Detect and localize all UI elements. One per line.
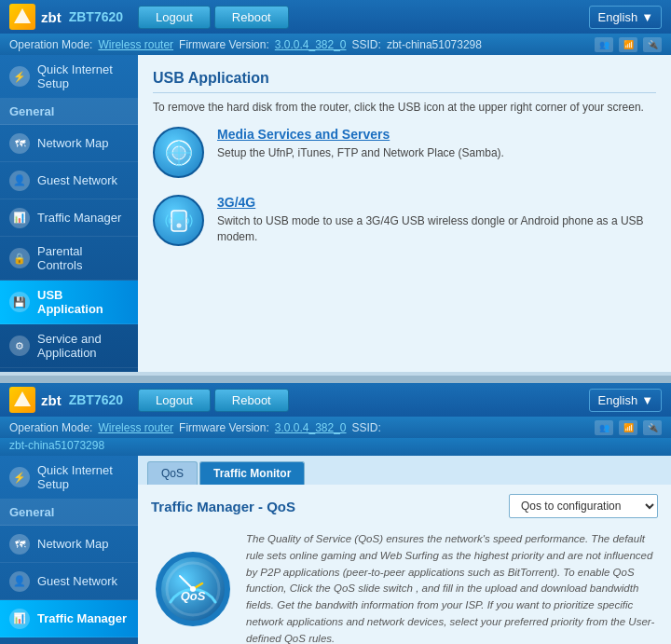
media-services-icon: [153, 127, 204, 178]
qos-dropdown[interactable]: Qos to configuration: [509, 494, 658, 518]
header-bar: zbt ZBT7620 Logout Reboot English ▼: [0, 0, 671, 34]
users-icon: 👥: [595, 37, 613, 52]
firmware-value-2[interactable]: 3.0.0.4_382_0: [275, 421, 347, 434]
main-layout-top: ⚡ Quick Internet Setup General 🗺 Network…: [0, 55, 671, 372]
tab-qos[interactable]: QoS: [147, 461, 198, 485]
logo-icon: [9, 4, 35, 30]
svg-rect-6: [174, 213, 184, 220]
sidebar-item-guest-network[interactable]: 👤 Guest Network: [0, 162, 138, 199]
threeg-link[interactable]: 3G/4G: [217, 195, 656, 210]
threeg-icon: [153, 195, 204, 246]
logout-button-2[interactable]: Logout: [138, 389, 211, 412]
model-text: ZBT7620: [69, 9, 123, 24]
threeg-desc: Switch to USB mode to use a 3G/4G USB wi…: [217, 213, 656, 245]
reboot-button-2[interactable]: Reboot: [214, 389, 289, 412]
wifi-icon: 📶: [619, 37, 637, 52]
header-nav-2: Logout Reboot: [138, 389, 289, 412]
usb-content-desc: To remove the hard disk from the router,…: [153, 101, 656, 114]
operation-mode-label: Operation Mode:: [9, 38, 92, 51]
sidebar-section-general: General: [0, 99, 138, 125]
sidebar-section-general-2: General: [0, 500, 138, 526]
media-services-text: Media Services and Servers Setup the Ufn…: [217, 127, 504, 161]
sidebar-item-quick-internet[interactable]: ⚡ Quick Internet Setup: [0, 55, 138, 99]
operation-mode-label-2: Operation Mode:: [9, 421, 92, 434]
qos-header: Traffic Manager - QoS Qos to configurati…: [138, 485, 671, 528]
sidebar-top: ⚡ Quick Internet Setup General 🗺 Network…: [0, 55, 138, 372]
firmware-value[interactable]: 3.0.0.4_382_0: [275, 38, 347, 51]
qos-circle-label: QoS: [181, 589, 206, 603]
svg-marker-0: [14, 8, 31, 23]
parental-controls-icon: 🔒: [9, 248, 30, 268]
info-icons: 👥 📶 🔌: [595, 37, 662, 52]
sidebar-item-parental-controls-2[interactable]: 🔒 Parental Controls: [0, 637, 138, 644]
qos-body: QoS The Quality of Service (QoS) ensures…: [138, 528, 671, 644]
logo-icon-2: [9, 387, 35, 413]
qos-icon-area: QoS: [151, 531, 235, 644]
sidebar-item-parental-controls[interactable]: 🔒 Parental Controls: [0, 237, 138, 281]
header-nav: Logout Reboot: [138, 6, 289, 29]
sidebar-item-traffic-manager[interactable]: 📊 Traffic Manager: [0, 199, 138, 237]
reboot-button[interactable]: Reboot: [214, 6, 289, 29]
firmware-label: Firmware Version:: [179, 38, 269, 51]
traffic-manager-icon-2: 📊: [9, 609, 30, 629]
panel-traffic-manager: zbt ZBT7620 Logout Reboot English ▼ Oper…: [0, 383, 671, 644]
qos-circle: QoS: [156, 552, 230, 626]
language-selector[interactable]: English ▼: [589, 6, 662, 29]
sidebar-item-service-application[interactable]: ⚙ Service and Application: [0, 324, 138, 368]
info-bar-2: Operation Mode: Wireless router Firmware…: [0, 417, 671, 438]
usb-icon: 🔌: [643, 37, 662, 52]
guest-network-icon: 👤: [9, 171, 30, 191]
content-qos: QoS Traffic Monitor Traffic Manager - Qo…: [138, 456, 671, 644]
ssid-label-2: SSID:: [352, 421, 381, 434]
operation-mode-value-2[interactable]: Wireless router: [98, 421, 173, 434]
sidebar-item-usb-application[interactable]: 💾 USB Application: [0, 281, 138, 324]
threeg-item: 3G/4G Switch to USB mode to use a 3G/4G …: [153, 195, 656, 246]
logo-text: zbt: [41, 9, 62, 25]
sidebar-item-quick-internet-2[interactable]: ⚡ Quick Internet Setup: [0, 456, 138, 500]
sidebar-item-network-map[interactable]: 🗺 Network Map: [0, 125, 138, 162]
model-text-2: ZBT7620: [69, 392, 123, 407]
traffic-manager-icon: 📊: [9, 208, 30, 228]
sidebar-item-guest-network-2[interactable]: 👤 Guest Network: [0, 563, 138, 600]
language-selector-2[interactable]: English ▼: [589, 389, 662, 412]
usb-application-icon: 💾: [9, 292, 30, 312]
quick-internet-icon: ⚡: [9, 66, 30, 87]
panel-usb-application: zbt ZBT7620 Logout Reboot English ▼ Oper…: [0, 0, 671, 372]
operation-mode-value[interactable]: Wireless router: [98, 38, 173, 51]
chevron-down-icon-2: ▼: [641, 393, 653, 407]
media-services-link[interactable]: Media Services and Servers: [217, 127, 504, 142]
panel-divider: [0, 376, 671, 383]
tab-bar: QoS Traffic Monitor: [138, 456, 671, 485]
guest-network-icon-2: 👤: [9, 571, 30, 592]
tab-traffic-monitor[interactable]: Traffic Monitor: [199, 461, 305, 485]
network-map-icon-2: 🗺: [9, 534, 30, 555]
chevron-down-icon: ▼: [641, 10, 653, 24]
logout-button[interactable]: Logout: [138, 6, 211, 29]
media-services-desc: Setup the UfnP, iTunes, FTP and Network …: [217, 145, 504, 161]
content-usb: USB Application To remove the hard disk …: [138, 55, 671, 372]
logo-text-2: zbt: [41, 392, 62, 408]
info-icons-2: 👥 📶 🔌: [595, 420, 662, 435]
info-bar: Operation Mode: Wireless router Firmware…: [0, 34, 671, 55]
header-bar-2: zbt ZBT7620 Logout Reboot English ▼: [0, 383, 671, 417]
qos-title: Traffic Manager - QoS: [151, 499, 295, 514]
service-application-icon: ⚙: [9, 336, 30, 356]
sidebar-item-traffic-manager-2[interactable]: 📊 Traffic Manager: [0, 600, 138, 637]
main-layout-bottom: ⚡ Quick Internet Setup General 🗺 Network…: [0, 456, 671, 644]
logo-area: zbt ZBT7620: [9, 4, 123, 30]
threeg-text: 3G/4G Switch to USB mode to use a 3G/4G …: [217, 195, 656, 245]
svg-point-7: [176, 223, 181, 227]
qos-description: The Quality of Service (QoS) ensures the…: [246, 531, 658, 644]
usb-icon-2: 🔌: [643, 420, 662, 435]
sidebar-item-network-map-2[interactable]: 🗺 Network Map: [0, 526, 138, 563]
logo-area-2: zbt ZBT7620: [9, 387, 123, 413]
ssid-value: zbt-china51073298: [387, 38, 482, 51]
ssid-value-2: zbt-china51073298: [9, 439, 104, 452]
usb-content-title: USB Application: [153, 70, 656, 93]
media-services-item: Media Services and Servers Setup the Ufn…: [153, 127, 656, 178]
sidebar-bottom: ⚡ Quick Internet Setup General 🗺 Network…: [0, 456, 138, 644]
users-icon-2: 👥: [595, 420, 613, 435]
wifi-icon-2: 📶: [619, 420, 637, 435]
quick-internet-icon-2: ⚡: [9, 467, 30, 487]
ssid-label: SSID:: [352, 38, 381, 51]
